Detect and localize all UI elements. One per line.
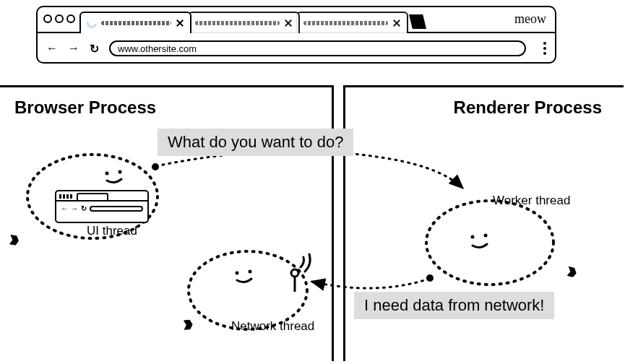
url-input[interactable]: www.othersite.com	[109, 40, 526, 56]
svg-point-9	[471, 235, 475, 239]
nav-bar: ← → ↻ www.othersite.com	[38, 33, 555, 64]
tab-loading[interactable]	[79, 12, 191, 33]
tab-title-placeholder	[303, 21, 388, 25]
tab-title-placeholder	[195, 21, 280, 25]
url-text: www.othersite.com	[118, 43, 197, 54]
menu-icon[interactable]	[543, 42, 546, 55]
tab-title-placeholder	[101, 21, 171, 25]
svg-point-10	[484, 234, 488, 238]
svg-point-0	[291, 269, 298, 277]
window-min-icon[interactable]	[55, 14, 64, 23]
close-icon[interactable]	[284, 19, 293, 27]
arrow-origin-dot	[152, 163, 159, 170]
renderer-process-title: Renderer Process	[345, 87, 624, 128]
forward-button[interactable]: →	[68, 42, 79, 55]
svg-point-7	[249, 270, 252, 274]
arrow-question	[152, 144, 499, 231]
svg-point-6	[236, 272, 239, 275]
speech-question: What do you want to do?	[158, 129, 353, 156]
arrow-origin-dot	[426, 274, 434, 282]
mini-browser-icon: ←→↻	[55, 190, 149, 223]
svg-point-3	[105, 172, 109, 176]
close-icon[interactable]	[392, 19, 401, 27]
spinner-icon	[85, 16, 98, 30]
speech-answer: I need data from network!	[354, 292, 554, 319]
tab-2[interactable]	[188, 12, 300, 33]
tab-3[interactable]	[296, 12, 408, 33]
browser-brand: meow	[514, 12, 546, 27]
close-icon[interactable]	[176, 19, 184, 27]
window-close-icon[interactable]	[43, 14, 52, 23]
new-tab-button[interactable]	[409, 14, 426, 29]
tab-bar: meow	[38, 7, 555, 33]
back-button[interactable]: ←	[46, 42, 58, 55]
window-max-icon[interactable]	[66, 14, 75, 23]
traffic-lights	[43, 14, 75, 23]
svg-point-4	[118, 170, 122, 174]
browser-process-title: Browser Process	[0, 87, 332, 128]
browser-window: meow ← → ↻ www.othersite.com	[36, 6, 556, 64]
reload-button[interactable]: ↻	[90, 42, 99, 56]
